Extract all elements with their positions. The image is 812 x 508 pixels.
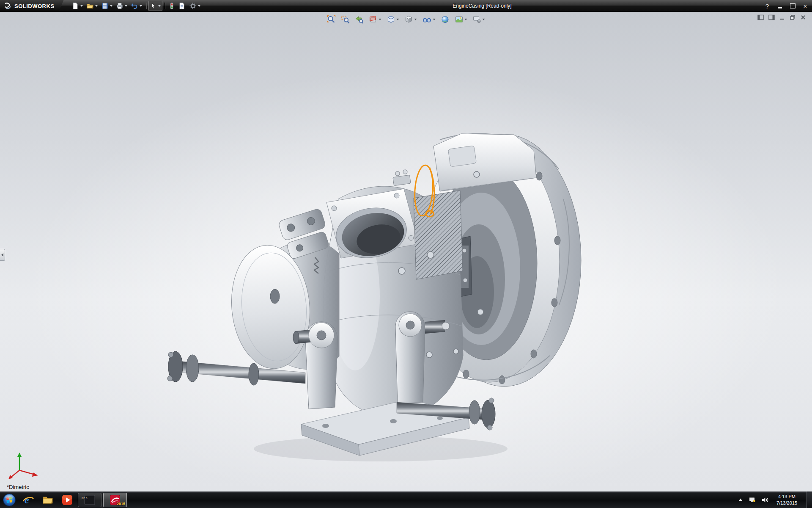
dropdown-arrow-icon[interactable]	[198, 5, 200, 7]
show-hidden-icons-button[interactable]	[738, 497, 743, 503]
view-settings-button[interactable]	[471, 14, 487, 25]
doc-minimize-icon[interactable]	[779, 14, 785, 20]
help-button[interactable]: ?	[764, 3, 771, 9]
chevron-left-icon	[1, 253, 3, 257]
undo-icon	[131, 2, 138, 10]
display-style-cube-icon	[405, 15, 413, 24]
media-player-icon	[61, 494, 73, 506]
section-view-button[interactable]	[368, 14, 383, 25]
titlebar[interactable]: SOLIDWORKS	[0, 0, 812, 12]
view-orientation-label: *Dimetric	[7, 484, 29, 490]
undo-button[interactable]	[129, 1, 144, 11]
new-document-button[interactable]	[70, 1, 85, 11]
solidworks-version-badge: 2015	[117, 502, 125, 506]
quick-access-toolbar	[64, 1, 202, 11]
view-orientation-button[interactable]	[385, 14, 401, 25]
brand-text: SOLIDWORKS	[14, 3, 55, 9]
previous-view-icon	[355, 15, 364, 24]
engine-casing-model[interactable]	[0, 12, 812, 491]
glasses-icon	[422, 15, 432, 24]
open-folder-icon	[86, 2, 94, 10]
gear-icon	[189, 2, 197, 10]
print-icon	[116, 2, 123, 10]
taskbar-command-prompt[interactable]: C:\	[78, 493, 102, 507]
show-display-pane-icon[interactable]	[768, 14, 775, 20]
open-button[interactable]	[85, 1, 99, 11]
start-button[interactable]	[0, 491, 19, 508]
view-orientation-cube-icon	[387, 15, 395, 24]
print-button[interactable]	[114, 1, 129, 11]
windows-start-orb-icon	[3, 493, 16, 507]
section-view-icon	[369, 15, 378, 24]
rebuild-stoplight-icon	[169, 2, 175, 10]
edit-appearance-button[interactable]	[439, 14, 451, 25]
new-document-icon	[71, 2, 79, 10]
dropdown-arrow-icon[interactable]	[397, 19, 399, 20]
taskbar-media-player[interactable]	[58, 491, 77, 508]
svg-text:e: e	[25, 494, 29, 505]
restore-button[interactable]	[789, 3, 796, 9]
zoom-to-fit-button[interactable]	[326, 14, 337, 25]
heads-up-view-toolbar	[326, 14, 487, 25]
dropdown-arrow-icon[interactable]	[483, 19, 485, 20]
graphics-viewport[interactable]: *Dimetric	[0, 12, 812, 491]
feature-panel-collapse-handle[interactable]	[0, 249, 5, 261]
taskbar-internet-explorer[interactable]: e	[19, 491, 38, 508]
folder-icon	[42, 494, 54, 506]
minimize-button[interactable]	[776, 3, 783, 9]
appearance-ball-icon	[441, 15, 450, 24]
previous-view-button[interactable]	[354, 14, 365, 25]
dropdown-arrow-icon[interactable]	[433, 19, 436, 20]
doc-restore-icon[interactable]	[790, 14, 796, 20]
zoom-to-area-icon	[341, 15, 350, 24]
select-cursor-icon	[150, 3, 157, 9]
volume-icon[interactable]	[761, 497, 769, 503]
window-title: EngineCasing [Read-only]	[453, 3, 511, 9]
desktop: SOLIDWORKS	[0, 0, 812, 508]
rebuild-button[interactable]	[167, 1, 176, 11]
taskbar: e C:\	[0, 491, 812, 508]
file-properties-button[interactable]	[176, 1, 187, 11]
window-controls: ? ×	[764, 0, 809, 12]
dropdown-arrow-icon[interactable]	[465, 19, 467, 20]
command-prompt-label: C:\	[82, 496, 88, 500]
zoom-to-area-button[interactable]	[340, 14, 351, 25]
reference-triad	[7, 451, 45, 480]
tray-date: 7/13/2015	[776, 500, 797, 506]
tray-clock[interactable]: 4:13 PM 7/13/2015	[774, 494, 800, 506]
taskbar-solidworks-2015[interactable]: 2015	[103, 493, 127, 507]
network-icon[interactable]	[749, 497, 756, 503]
zoom-to-fit-icon	[327, 15, 336, 24]
save-icon	[101, 2, 109, 10]
save-button[interactable]	[99, 1, 114, 11]
dropdown-arrow-icon[interactable]	[379, 19, 381, 20]
system-tray: 4:13 PM 7/13/2015	[738, 491, 812, 508]
internet-explorer-icon: e	[22, 494, 34, 506]
doc-close-icon[interactable]	[800, 14, 806, 20]
dropdown-arrow-icon[interactable]	[158, 5, 161, 7]
dropdown-arrow-icon[interactable]	[110, 5, 112, 7]
document-window-controls	[757, 14, 806, 20]
solidworks-logo: SOLIDWORKS	[0, 0, 64, 12]
close-button[interactable]: ×	[802, 3, 809, 9]
dropdown-arrow-icon[interactable]	[140, 5, 142, 7]
show-feature-manager-icon[interactable]	[757, 14, 764, 20]
tray-time: 4:13 PM	[776, 494, 797, 500]
separator	[165, 3, 165, 9]
dropdown-arrow-icon[interactable]	[80, 5, 83, 7]
dropdown-arrow-icon[interactable]	[95, 5, 98, 7]
hide-show-items-button[interactable]	[421, 14, 437, 25]
taskbar-windows-explorer[interactable]	[38, 491, 58, 508]
dropdown-arrow-icon[interactable]	[125, 5, 127, 7]
options-button[interactable]	[187, 1, 202, 11]
apply-scene-button[interactable]	[453, 14, 469, 25]
file-properties-icon	[178, 2, 186, 10]
select-tool-button[interactable]	[148, 1, 162, 11]
dropdown-arrow-icon[interactable]	[414, 19, 417, 20]
show-desktop-button[interactable]	[807, 491, 812, 508]
section-hatch	[414, 190, 463, 279]
view-settings-icon	[473, 15, 481, 24]
dassault-3ds-icon	[3, 2, 12, 10]
apply-scene-icon	[455, 15, 464, 24]
display-style-button[interactable]	[403, 14, 419, 25]
